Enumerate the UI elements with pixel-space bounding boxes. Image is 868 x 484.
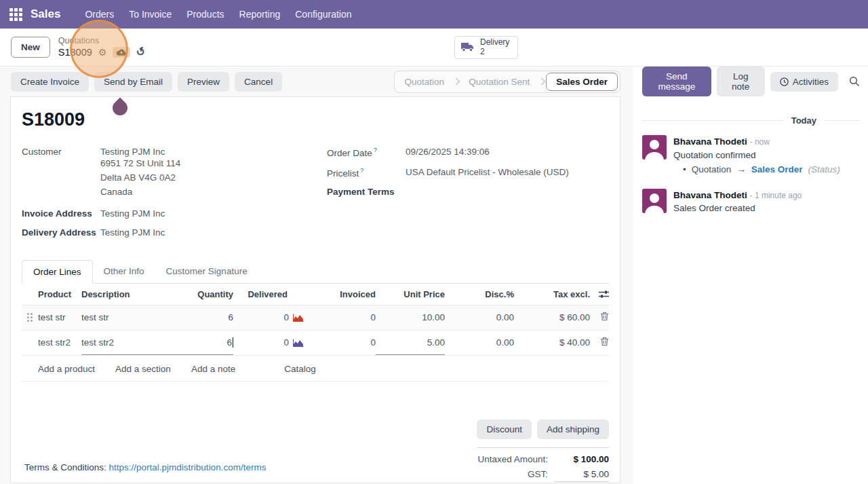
nav-item-products[interactable]: Products (186, 9, 224, 20)
drag-handle-icon[interactable] (27, 313, 33, 322)
cell-unit-price[interactable]: 10.00 (376, 312, 445, 322)
delete-row-icon[interactable] (600, 312, 609, 323)
add-a-product-link[interactable]: Add a product (38, 364, 95, 374)
create-invoice-button[interactable]: Create Invoice (11, 72, 89, 92)
cell-product[interactable]: test str2 (38, 337, 81, 348)
arrow-right-icon: → (736, 163, 746, 176)
gst-label: GST: (528, 469, 548, 479)
nav-item-orders[interactable]: Orders (85, 9, 114, 20)
pricelist-value[interactable]: USA Default Pricelist - Wholesale (USD) (406, 167, 569, 179)
form-view-area: Create Invoice Send by Email Preview Can… (0, 67, 633, 484)
tab-order-lines[interactable]: Order Lines (22, 260, 93, 284)
col-delivered[interactable]: Delivered (248, 289, 288, 299)
action-bar: Create Invoice Send by Email Preview Can… (0, 67, 633, 96)
message-body: Sales Order created (673, 202, 802, 215)
nav-item-reporting[interactable]: Reporting (239, 9, 281, 20)
message-time: - 1 minute ago (750, 191, 802, 200)
tab-customer-signature[interactable]: Customer Signature (155, 260, 258, 283)
avatar[interactable] (642, 189, 667, 213)
cell-delivered[interactable]: 0 (283, 337, 289, 348)
col-unit-price[interactable]: Unit Price (376, 289, 445, 299)
forecast-chart-icon[interactable] (293, 339, 304, 347)
customer-value[interactable]: Testing PJM Inc (100, 147, 180, 157)
status-quotation-sent[interactable]: Quotation Sent (460, 73, 538, 90)
col-quantity[interactable]: Quantity (165, 289, 233, 299)
cell-unit-price-input[interactable]: 5.00 (376, 331, 445, 355)
send-message-button[interactable]: Send message (642, 67, 711, 96)
cell-description-input[interactable]: test str2 (81, 331, 165, 355)
delete-row-icon[interactable] (600, 337, 609, 348)
preview-button[interactable]: Preview (178, 72, 229, 92)
order-lines-table: Product Description Quantity Delivered I… (22, 284, 609, 381)
catalog-link[interactable]: Catalog (284, 364, 316, 374)
cell-disc[interactable]: 0.00 (445, 312, 514, 322)
send-by-email-button[interactable]: Send by Email (94, 72, 172, 92)
status-quotation[interactable]: Quotation (397, 73, 453, 90)
customer-address-line: Canada (100, 185, 180, 200)
nav-item-configuration[interactable]: Configuration (295, 9, 351, 20)
breadcrumb-current: S18009 (58, 46, 92, 58)
chatter-message[interactable]: Bhavana Thodeti - 1 minute ago Sales Ord… (642, 189, 868, 215)
cell-product[interactable]: test str (38, 312, 81, 322)
date-divider: Today (642, 115, 860, 126)
customer-address-line: 6951 72 St Unit 114 (100, 157, 180, 171)
col-disc[interactable]: Disc.% (445, 289, 514, 299)
cell-invoiced[interactable]: 0 (304, 312, 376, 322)
breadcrumb-parent[interactable]: Quotations (58, 36, 146, 47)
table-footer-links: Add a product Add a section Add a note C… (22, 356, 609, 381)
save-cloud-icon[interactable] (113, 47, 130, 58)
activities-button[interactable]: Activities (770, 72, 838, 92)
clock-icon (780, 77, 789, 86)
discard-icon[interactable]: ↺ (135, 45, 148, 59)
col-description[interactable]: Description (81, 289, 165, 299)
status-sales-order[interactable]: Sales Order (546, 73, 618, 91)
table-row-editing[interactable]: test str2 test str2 6 0 0 5.00 0.00 $ 40… (22, 331, 609, 356)
log-note-button[interactable]: Log note (717, 67, 765, 96)
forecast-chart-icon[interactable] (293, 314, 304, 322)
cell-quantity[interactable]: 6 (165, 312, 233, 322)
col-product[interactable]: Product (38, 289, 81, 299)
order-form-sheet: S18009 Customer Testing PJM Inc 6951 72 … (10, 96, 620, 483)
table-row[interactable]: test str test str 6 0 0 10.00 0.00 $ 60.… (22, 305, 609, 331)
cancel-button[interactable]: Cancel (235, 72, 282, 92)
chatter-message[interactable]: Bhavana Thodeti - now Quotation confirme… (642, 135, 868, 176)
apps-grid-icon[interactable] (9, 8, 22, 21)
app-name[interactable]: Sales (31, 7, 60, 21)
smart-button-label: Delivery (480, 38, 509, 48)
delivery-address-label: Delivery Address (22, 227, 100, 238)
new-button[interactable]: New (11, 37, 50, 58)
avatar[interactable] (642, 135, 667, 160)
cell-quantity-input[interactable]: 6 (165, 331, 233, 355)
chevron-right-icon (452, 77, 460, 85)
message-author[interactable]: Bhavana Thodeti (673, 190, 747, 200)
invoice-address-value[interactable]: Testing PJM Inc (100, 208, 165, 219)
cell-delivered[interactable]: 0 (283, 312, 289, 322)
truck-icon (460, 41, 475, 54)
search-icon[interactable] (849, 76, 860, 87)
customer-address-line: Delta AB V4G 0A2 (100, 171, 180, 185)
message-time: - now (750, 137, 770, 147)
delivery-address-value[interactable]: Testing PJM Inc (100, 227, 165, 238)
cell-description[interactable]: test str (81, 312, 165, 322)
col-tax-excl[interactable]: Tax excl. (514, 289, 590, 299)
cell-disc[interactable]: 0.00 (445, 337, 514, 348)
nav-item-to-invoice[interactable]: To Invoice (129, 9, 172, 20)
order-reference-title: S18009 (22, 109, 609, 130)
cell-invoiced[interactable]: 0 (304, 337, 376, 348)
gst-value: $ 5.00 (555, 469, 609, 482)
add-shipping-button[interactable]: Add shipping (537, 420, 609, 439)
add-a-section-link[interactable]: Add a section (115, 364, 171, 374)
terms-link[interactable]: https://portal.pjmdistribution.com/terms (109, 462, 267, 472)
message-author[interactable]: Bhavana Thodeti (673, 136, 747, 147)
order-date-value[interactable]: 09/26/2025 14:39:06 (406, 147, 490, 158)
discount-button[interactable]: Discount (477, 420, 532, 439)
statusbar: Quotation Quotation Sent Sales Order (394, 71, 620, 93)
optional-columns-icon[interactable] (599, 290, 609, 299)
delivery-smart-button[interactable]: Delivery 2 (454, 36, 518, 59)
tab-other-info[interactable]: Other Info (93, 260, 155, 283)
col-invoiced[interactable]: Invoiced (304, 289, 376, 299)
smart-button-count: 2 (480, 48, 509, 57)
help-icon: ? (374, 147, 377, 153)
gear-icon[interactable]: ⚙ (98, 48, 107, 57)
add-a-note-link[interactable]: Add a note (191, 364, 235, 374)
